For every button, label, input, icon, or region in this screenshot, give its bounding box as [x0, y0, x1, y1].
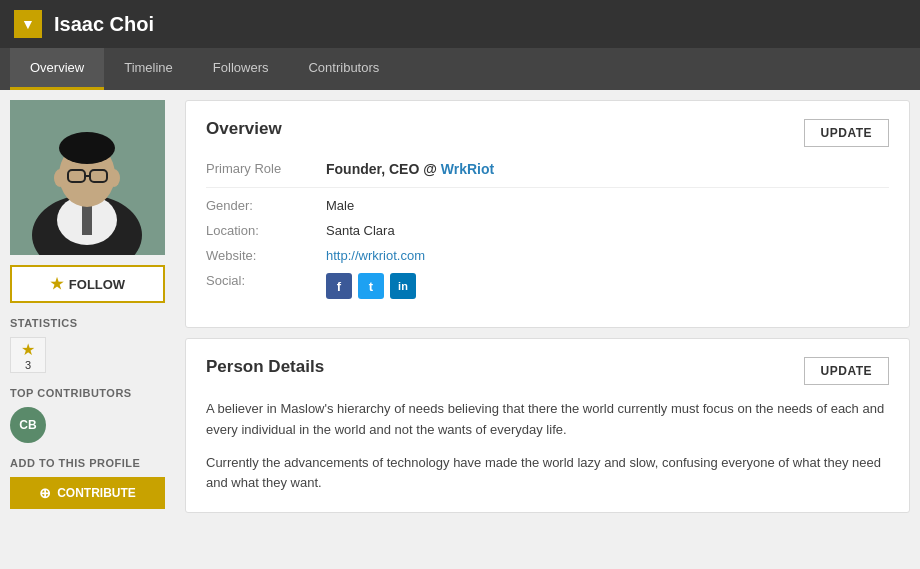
add-profile-label: ADD TO THIS PROFILE: [10, 457, 165, 469]
nav-tabs: Overview Timeline Followers Contributors: [0, 48, 920, 90]
tab-overview[interactable]: Overview: [10, 48, 104, 90]
twitter-icon[interactable]: t: [358, 273, 384, 299]
location-label: Location:: [206, 223, 326, 238]
contribute-label: CONTRIBUTE: [57, 486, 136, 500]
website-link[interactable]: http://wrkriot.com: [326, 248, 425, 263]
contributor-avatar: CB: [10, 407, 46, 443]
overview-card: Overview UPDATE Primary Role Founder, CE…: [185, 100, 910, 328]
stats-count: 3: [25, 359, 31, 371]
person-details-card: Person Details UPDATE A believer in Masl…: [185, 338, 910, 513]
overview-divider: [206, 187, 889, 188]
facebook-icon[interactable]: f: [326, 273, 352, 299]
top-contributors-section: TOP CONTRIBUTORS CB: [10, 387, 165, 443]
overview-card-header: Overview UPDATE: [206, 119, 889, 147]
gender-label: Gender:: [206, 198, 326, 213]
person-details-card-header: Person Details UPDATE: [206, 357, 889, 385]
gender-row: Gender: Male: [206, 198, 889, 213]
svg-point-6: [54, 169, 66, 187]
chevron-icon: ▼: [14, 10, 42, 38]
star-rating-icon: ★: [21, 340, 35, 359]
website-label: Website:: [206, 248, 326, 263]
overview-update-button[interactable]: UPDATE: [804, 119, 889, 147]
follow-label: FOLLOW: [69, 277, 125, 292]
tab-timeline[interactable]: Timeline: [104, 48, 193, 90]
person-details-paragraph-2: Currently the advancements of technology…: [206, 453, 889, 495]
social-icons: f t in: [326, 273, 416, 299]
social-row: Social: f t in: [206, 273, 889, 299]
social-label: Social:: [206, 273, 326, 299]
primary-role-label: Primary Role: [206, 161, 326, 177]
profile-photo-svg: [10, 100, 165, 255]
website-row: Website: http://wrkriot.com: [206, 248, 889, 263]
gender-value: Male: [326, 198, 354, 213]
contributor-initials: CB: [19, 418, 36, 432]
person-details-text: A believer in Maslow's hierarchy of need…: [206, 399, 889, 494]
svg-point-7: [108, 169, 120, 187]
svg-point-5: [59, 132, 115, 164]
statistics-star-widget: ★ 3: [10, 337, 46, 373]
top-contributors-label: TOP CONTRIBUTORS: [10, 387, 165, 399]
statistics-label: STATISTICS: [10, 317, 165, 329]
add-to-profile-section: ADD TO THIS PROFILE ⊕ CONTRIBUTE: [10, 457, 165, 509]
contribute-button[interactable]: ⊕ CONTRIBUTE: [10, 477, 165, 509]
primary-role-text: Founder, CEO @: [326, 161, 441, 177]
person-details-title: Person Details: [206, 357, 324, 377]
content-area: Overview UPDATE Primary Role Founder, CE…: [175, 90, 920, 523]
star-icon: ★: [50, 275, 63, 293]
overview-card-title: Overview: [206, 119, 282, 139]
main-layout: ★ FOLLOW STATISTICS ★ 3 TOP CONTRIBUTORS…: [0, 90, 920, 523]
primary-role-value: Founder, CEO @ WrkRiot: [326, 161, 494, 177]
location-row: Location: Santa Clara: [206, 223, 889, 238]
primary-role-row: Primary Role Founder, CEO @ WrkRiot: [206, 161, 889, 177]
tab-followers[interactable]: Followers: [193, 48, 289, 90]
follow-button[interactable]: ★ FOLLOW: [10, 265, 165, 303]
contribute-icon: ⊕: [39, 485, 51, 501]
person-details-update-button[interactable]: UPDATE: [804, 357, 889, 385]
page-header: ▼ Isaac Choi: [0, 0, 920, 48]
tab-contributors[interactable]: Contributors: [288, 48, 399, 90]
profile-photo: [10, 100, 165, 255]
person-details-paragraph-1: A believer in Maslow's hierarchy of need…: [206, 399, 889, 441]
page-title: Isaac Choi: [54, 13, 154, 36]
wrkriot-link[interactable]: WrkRiot: [441, 161, 494, 177]
location-value: Santa Clara: [326, 223, 395, 238]
svg-rect-3: [82, 205, 92, 235]
linkedin-icon[interactable]: in: [390, 273, 416, 299]
sidebar: ★ FOLLOW STATISTICS ★ 3 TOP CONTRIBUTORS…: [0, 90, 175, 523]
